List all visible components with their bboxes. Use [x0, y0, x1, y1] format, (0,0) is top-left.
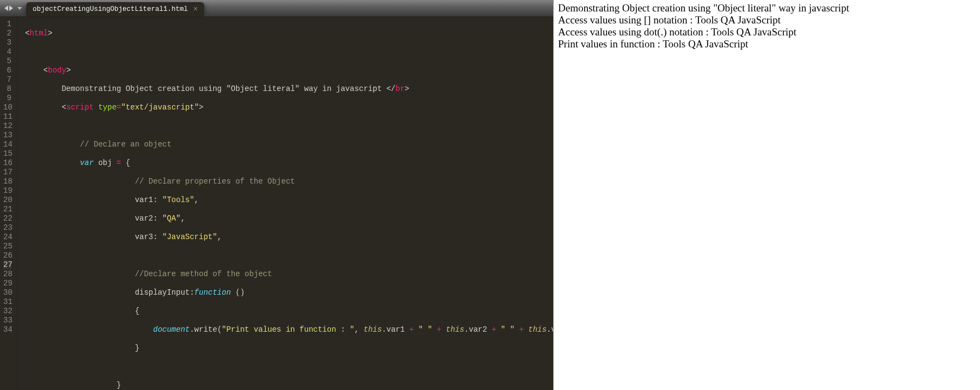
line-number: 19: [3, 186, 11, 196]
line-number: 27: [3, 260, 11, 270]
line-number: 7: [3, 75, 11, 84]
line-number: 22: [3, 214, 11, 223]
output-line: Access values using [] notation : Tools …: [558, 14, 976, 26]
line-number: 18: [3, 177, 11, 186]
line-number: 26: [3, 251, 11, 260]
output-line: Demonstrating Object creation using "Obj…: [558, 2, 976, 14]
nav-arrows[interactable]: [0, 0, 26, 16]
back-icon: [4, 5, 8, 11]
tab-active[interactable]: objectCreatingUsingObjectLiteral1.html ×: [26, 2, 204, 16]
output-line: Access values using dot(.) notation : To…: [558, 26, 976, 38]
line-number: 14: [3, 140, 11, 149]
line-number-gutter: 1234567891011121314151617181920212223242…: [0, 16, 17, 390]
line-number: 9: [3, 94, 11, 103]
line-number: 16: [3, 159, 11, 168]
line-number: 23: [3, 223, 11, 233]
line-number: 3: [3, 38, 11, 47]
line-number: 25: [3, 242, 11, 251]
line-number: 29: [3, 279, 11, 288]
line-number: 28: [3, 270, 11, 279]
line-number: 34: [3, 325, 11, 334]
line-number: 24: [3, 233, 11, 242]
history-dropdown-icon: [17, 7, 22, 10]
line-number: 21: [3, 205, 11, 214]
tab-title: objectCreatingUsingObjectLiteral1.html: [33, 5, 188, 13]
code-area[interactable]: <html> <body> Demonstrating Object creat…: [17, 16, 553, 390]
line-number: 4: [3, 47, 11, 57]
line-number: 2: [3, 29, 11, 38]
line-number: 13: [3, 131, 11, 140]
tab-strip: objectCreatingUsingObjectLiteral1.html ×: [0, 0, 553, 16]
line-number: 30: [3, 288, 11, 297]
close-icon[interactable]: ×: [193, 5, 198, 13]
line-number: 10: [3, 103, 11, 112]
line-number: 31: [3, 297, 11, 307]
line-number: 6: [3, 66, 11, 75]
line-number: 33: [3, 316, 11, 325]
output-line: Print values in function : Tools QA Java…: [558, 38, 976, 50]
code-editor-pane: objectCreatingUsingObjectLiteral1.html ×…: [0, 0, 553, 390]
line-number: 8: [3, 84, 11, 94]
browser-output-pane: Demonstrating Object creation using "Obj…: [553, 0, 980, 390]
editor-body[interactable]: 1234567891011121314151617181920212223242…: [0, 16, 553, 390]
line-number: 11: [3, 112, 11, 121]
line-number: 15: [3, 149, 11, 159]
line-number: 5: [3, 57, 11, 66]
forward-icon: [9, 5, 13, 11]
line-number: 20: [3, 196, 11, 205]
line-number: 1: [3, 20, 11, 29]
line-number: 12: [3, 121, 11, 131]
line-number: 17: [3, 168, 11, 177]
line-number: 32: [3, 307, 11, 316]
